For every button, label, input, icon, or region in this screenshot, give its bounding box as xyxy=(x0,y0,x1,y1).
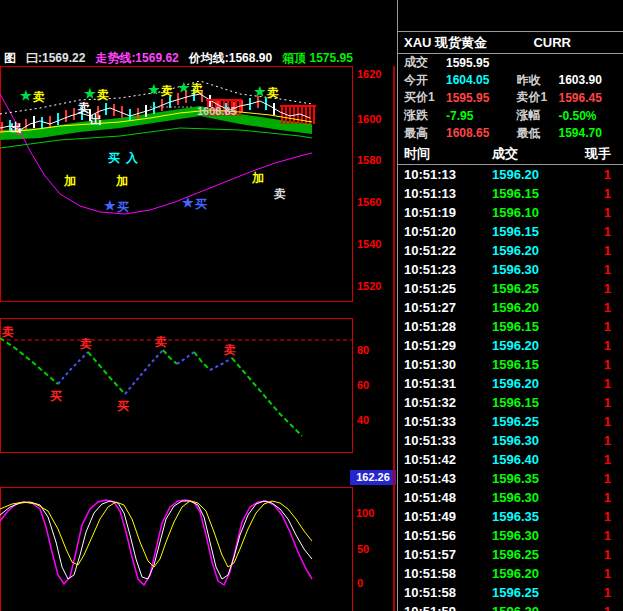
svg-text:买: 买 xyxy=(50,389,62,403)
quote-cell: 卖价11596.45 xyxy=(511,89,623,107)
svg-text:出: 出 xyxy=(90,113,102,127)
svg-text:50: 50 xyxy=(357,543,369,555)
svg-text:出: 出 xyxy=(10,121,22,135)
trading-terminal: 图曰:1569.22走势线:1569.62价均线:1568.90箱顶 1575.… xyxy=(0,0,623,611)
svg-text:买: 买 xyxy=(108,151,120,165)
svg-text:买: 买 xyxy=(195,197,207,211)
quote-cell: 成交1595.95 xyxy=(398,54,511,72)
svg-text:买: 买 xyxy=(117,200,129,214)
symbol-name: XAU 现货黄金 xyxy=(404,34,487,52)
time-sales-row: 10:51:581596.251 xyxy=(398,583,623,602)
svg-text:加: 加 xyxy=(63,174,76,188)
svg-text:买: 买 xyxy=(117,399,129,413)
time-sales-row: 10:51:301596.151 xyxy=(398,355,623,374)
time-sales-row: 10:51:431596.351 xyxy=(398,469,623,488)
time-sales-row: 10:51:311596.201 xyxy=(398,374,623,393)
svg-text:1580: 1580 xyxy=(357,154,381,166)
indicator-part: 箱顶 1575.95 xyxy=(282,51,353,65)
symbol-header: XAU 现货黄金 CURR xyxy=(398,31,623,54)
market-code: CURR xyxy=(533,35,571,50)
svg-text:★: ★ xyxy=(20,88,32,103)
indicator-part: 价均线:1568.90 xyxy=(189,51,272,65)
svg-text:0: 0 xyxy=(357,577,363,589)
time-sales-row: 10:51:581596.201 xyxy=(398,564,623,583)
svg-text:★: ★ xyxy=(254,84,266,99)
col-header-volume: 现手 xyxy=(562,145,623,163)
indicator-part: 曰:1569.22 xyxy=(26,51,85,65)
time-sales-row: 10:51:271596.201 xyxy=(398,298,623,317)
time-sales-row: 10:51:481596.301 xyxy=(398,488,623,507)
panel-divider xyxy=(393,66,395,611)
svg-text:★: ★ xyxy=(104,198,116,213)
time-sales-row: 10:51:131596.151 xyxy=(398,184,623,203)
time-sales-row: 10:51:561596.301 xyxy=(398,526,623,545)
svg-text:★: ★ xyxy=(182,195,194,210)
svg-text:加: 加 xyxy=(251,171,264,185)
chart-frame xyxy=(1,488,353,611)
svg-text:100: 100 xyxy=(356,507,374,519)
col-header-time: 时间 xyxy=(398,145,492,163)
time-sales-row: 10:51:281596.151 xyxy=(398,317,623,336)
indicator-readout: 图曰:1569.22走势线:1569.62价均线:1568.90箱顶 1575.… xyxy=(4,50,363,67)
indicator-value-badge: 162.26 xyxy=(350,470,396,485)
quote-cell: 涨跌-7.95 xyxy=(398,107,511,125)
svg-text:1608.65: 1608.65 xyxy=(197,105,237,117)
indicator-part: 走势线:1569.62 xyxy=(95,51,178,65)
svg-text:1620: 1620 xyxy=(357,68,381,80)
time-sales-row: 10:51:591596.201 xyxy=(398,602,623,611)
time-sales-row: 10:51:491596.351 xyxy=(398,507,623,526)
quote-grid: 成交1595.95今开1604.05昨收1603.90买价11595.95卖价1… xyxy=(398,54,623,142)
svg-text:卖: 卖 xyxy=(96,88,109,102)
col-header-price: 成交 xyxy=(492,145,562,163)
svg-text:★: ★ xyxy=(178,80,190,95)
svg-text:卖: 卖 xyxy=(223,343,236,357)
svg-text:卖: 卖 xyxy=(79,337,92,351)
svg-text:卖: 卖 xyxy=(190,82,203,96)
time-sales-row: 10:51:191596.101 xyxy=(398,203,623,222)
svg-text:卖: 卖 xyxy=(266,86,279,100)
svg-text:80: 80 xyxy=(357,344,369,356)
quote-cell: 买价11595.95 xyxy=(398,89,511,107)
svg-text:卖: 卖 xyxy=(160,84,173,98)
quote-cell: 最高1608.65 xyxy=(398,124,511,142)
svg-text:1540: 1540 xyxy=(357,238,381,250)
svg-text:★: ★ xyxy=(148,82,160,97)
quote-cell: 涨幅-0.50% xyxy=(511,107,623,125)
svg-text:1560: 1560 xyxy=(357,196,381,208)
svg-text:卖: 卖 xyxy=(154,335,167,349)
svg-text:卖: 卖 xyxy=(273,187,286,201)
time-sales-row: 10:51:331596.301 xyxy=(398,431,623,450)
time-sales-row: 10:51:291596.201 xyxy=(398,336,623,355)
svg-text:40: 40 xyxy=(357,414,369,426)
svg-text:卖: 卖 xyxy=(77,101,90,115)
svg-text:卖: 卖 xyxy=(32,90,45,104)
svg-text:★: ★ xyxy=(84,86,96,101)
time-sales-list[interactable]: 10:51:131596.20110:51:131596.15110:51:19… xyxy=(398,165,623,611)
svg-text:1520: 1520 xyxy=(357,280,381,292)
svg-text:入: 入 xyxy=(125,151,139,165)
svg-text:1600: 1600 xyxy=(357,113,381,125)
ticker-header: 时间 成交 现手 xyxy=(398,143,623,165)
quote-cell: 今开1604.05 xyxy=(398,72,511,90)
indicator-part: 图 xyxy=(4,51,16,65)
time-sales-row: 10:51:221596.201 xyxy=(398,241,623,260)
quote-cell xyxy=(511,54,623,72)
time-sales-row: 10:51:251596.251 xyxy=(398,279,623,298)
quote-cell: 昨收1603.90 xyxy=(511,72,623,90)
time-sales-row: 10:51:331596.251 xyxy=(398,412,623,431)
kdj-chart[interactable]: 100500 xyxy=(0,487,397,611)
quote-cell: 最低1594.70 xyxy=(511,124,623,142)
quote-panel: XAU 现货黄金 CURR 成交1595.95今开1604.05昨收1603.9… xyxy=(397,0,623,611)
svg-text:加: 加 xyxy=(115,174,128,188)
time-sales-row: 10:51:131596.201 xyxy=(398,165,623,184)
oscillator-chart[interactable]: 806040卖卖卖卖买买 xyxy=(0,318,397,458)
svg-text:60: 60 xyxy=(357,379,369,391)
price-chart[interactable]: 162016001580156015401520★卖★卖★卖★卖★卖卖出出160… xyxy=(0,66,397,306)
time-sales-row: 10:51:231596.301 xyxy=(398,260,623,279)
time-sales-row: 10:51:571596.251 xyxy=(398,545,623,564)
time-sales-row: 10:51:201596.151 xyxy=(398,222,623,241)
time-sales-row: 10:51:421596.401 xyxy=(398,450,623,469)
chart-column: 图曰:1569.22走势线:1569.62价均线:1568.90箱顶 1575.… xyxy=(0,0,397,611)
svg-text:卖: 卖 xyxy=(1,325,14,339)
time-sales-row: 10:51:321596.151 xyxy=(398,393,623,412)
